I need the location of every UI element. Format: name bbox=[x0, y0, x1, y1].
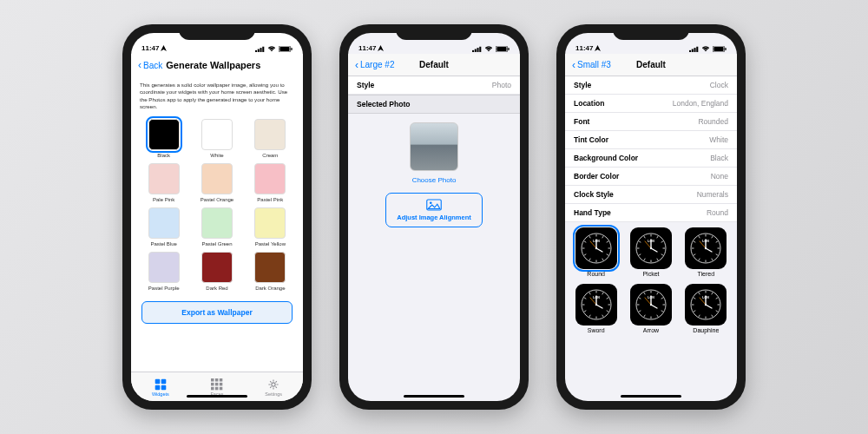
color-swatch-item[interactable]: Black bbox=[141, 119, 186, 158]
image-icon bbox=[426, 199, 442, 211]
svg-rect-18 bbox=[215, 387, 219, 391]
color-swatch[interactable] bbox=[201, 252, 233, 283]
svg-line-67 bbox=[644, 236, 645, 238]
color-swatch-item[interactable]: Pastel Yellow bbox=[248, 207, 293, 247]
svg-line-117 bbox=[644, 315, 645, 317]
clock-hand-option[interactable]: LON Tiered bbox=[682, 227, 730, 277]
svg-rect-23 bbox=[477, 48, 479, 52]
clock-hand-option[interactable]: LON Dauphine bbox=[682, 284, 730, 333]
adjust-label: Adjust Image Alignment bbox=[397, 214, 471, 221]
notch bbox=[613, 24, 689, 40]
color-swatch-item[interactable]: Pastel Orange bbox=[194, 163, 239, 202]
tab-settings[interactable]: Settings bbox=[265, 378, 282, 397]
color-swatch[interactable] bbox=[201, 207, 233, 239]
export-wallpaper-button[interactable]: Export as Wallpaper bbox=[141, 301, 293, 324]
home-indicator[interactable] bbox=[404, 395, 464, 398]
tab-faces[interactable]: Faces bbox=[211, 378, 224, 397]
back-label: Back bbox=[143, 61, 162, 70]
color-swatch-item[interactable]: White bbox=[194, 119, 239, 158]
svg-line-40 bbox=[606, 241, 608, 242]
svg-line-138 bbox=[694, 298, 695, 299]
svg-line-76 bbox=[716, 241, 718, 242]
color-swatch-item[interactable]: Dark Orange bbox=[248, 252, 293, 291]
color-swatch[interactable] bbox=[148, 207, 180, 239]
settings-row[interactable]: Tint ColorWhite bbox=[565, 131, 737, 149]
color-swatch-item[interactable]: Pastel Purple bbox=[141, 252, 186, 291]
back-button[interactable]: ‹ Back bbox=[138, 59, 162, 71]
svg-rect-6 bbox=[279, 47, 289, 51]
phone-frame-2: 11:47 ‹ Large #2 Default StylePhoto Sele… bbox=[339, 24, 529, 410]
clock-preview[interactable]: LON bbox=[575, 227, 617, 269]
svg-rect-17 bbox=[211, 387, 214, 391]
battery-icon bbox=[713, 46, 727, 52]
svg-rect-33 bbox=[696, 47, 698, 52]
svg-rect-13 bbox=[220, 378, 222, 382]
settings-row[interactable]: Background ColorBlack bbox=[565, 149, 737, 168]
home-indicator[interactable] bbox=[621, 395, 681, 398]
color-swatch-item[interactable]: Dark Red bbox=[194, 252, 239, 291]
photo-thumbnail[interactable] bbox=[410, 122, 458, 171]
clock-hand-option[interactable]: LON Sword bbox=[572, 284, 620, 333]
svg-rect-0 bbox=[255, 50, 257, 52]
back-label: Large #2 bbox=[360, 60, 394, 69]
clock-hand-option[interactable]: LON Picket bbox=[627, 227, 674, 277]
screen-1: 11:47 ‹ Back Generate Wallpapers This ge… bbox=[131, 33, 303, 401]
nav-bar: ‹ Back Generate Wallpapers bbox=[131, 54, 303, 76]
svg-line-75 bbox=[712, 236, 713, 238]
svg-line-52 bbox=[596, 248, 602, 252]
svg-rect-8 bbox=[161, 379, 167, 385]
color-swatch-item[interactable]: Pale Pink bbox=[141, 163, 186, 202]
svg-line-100 bbox=[584, 311, 586, 312]
settings-value: Clock bbox=[710, 81, 728, 89]
color-swatch[interactable] bbox=[148, 119, 180, 150]
clock-preview[interactable]: LON bbox=[685, 227, 727, 269]
phone-frame-3: 11:47 ‹ Small #3 Default StyleClockLocat… bbox=[556, 24, 746, 410]
color-swatch-item[interactable]: Pastel Green bbox=[194, 207, 239, 247]
color-label: White bbox=[210, 153, 223, 158]
settings-row[interactable]: Hand TypeRound bbox=[565, 204, 737, 222]
svg-line-139 bbox=[699, 293, 700, 294]
clock-preview[interactable]: LON bbox=[685, 284, 727, 326]
color-label: Pastel Blue bbox=[150, 241, 176, 247]
settings-value: None bbox=[711, 172, 728, 181]
color-swatch[interactable] bbox=[254, 119, 286, 150]
settings-row[interactable]: Border ColorNone bbox=[565, 168, 737, 186]
color-swatch[interactable] bbox=[201, 119, 233, 150]
clock-preview[interactable]: LON bbox=[630, 284, 672, 326]
nav-bar: ‹ Large #2 Default bbox=[348, 54, 520, 76]
choose-photo-button[interactable]: Choose Photo bbox=[412, 176, 457, 184]
color-swatch[interactable] bbox=[148, 252, 180, 283]
svg-rect-11 bbox=[211, 378, 214, 382]
color-swatch[interactable] bbox=[201, 163, 233, 194]
back-button[interactable]: ‹ Small #3 bbox=[572, 59, 611, 71]
settings-row[interactable]: StylePhoto bbox=[348, 76, 520, 95]
signal-icon bbox=[472, 46, 482, 52]
adjust-image-alignment-button[interactable]: Adjust Image Alignment bbox=[385, 193, 483, 227]
color-swatch[interactable] bbox=[148, 163, 180, 194]
settings-row[interactable]: FontRounded bbox=[565, 113, 737, 131]
settings-key: Clock Style bbox=[574, 190, 614, 199]
color-label: Pastel Yellow bbox=[255, 241, 286, 247]
back-button[interactable]: ‹ Large #2 bbox=[355, 59, 394, 71]
svg-rect-2 bbox=[260, 48, 262, 52]
clock-hand-option[interactable]: LON Arrow bbox=[627, 284, 674, 333]
color-swatch[interactable] bbox=[254, 207, 286, 239]
svg-rect-16 bbox=[220, 383, 222, 386]
clock-label: Arrow bbox=[643, 327, 659, 333]
clock-label: Picket bbox=[642, 271, 659, 277]
color-swatch[interactable] bbox=[254, 252, 286, 283]
clock-preview[interactable]: LON bbox=[575, 284, 617, 326]
settings-row[interactable]: LocationLondon, England bbox=[565, 95, 737, 113]
color-swatch-item[interactable]: Cream bbox=[248, 119, 293, 158]
settings-row[interactable]: Clock StyleNumerals bbox=[565, 186, 737, 204]
home-indicator[interactable] bbox=[187, 395, 247, 398]
tab-widgets[interactable]: Widgets bbox=[152, 378, 169, 397]
color-swatch[interactable] bbox=[254, 163, 286, 194]
settings-row[interactable]: StyleClock bbox=[565, 76, 737, 95]
svg-line-64 bbox=[639, 254, 641, 255]
color-swatch-item[interactable]: Pastel Pink bbox=[248, 163, 293, 202]
clock-preview[interactable]: LON bbox=[630, 227, 672, 269]
clock-hand-option[interactable]: LON Round bbox=[572, 227, 620, 277]
svg-line-103 bbox=[589, 293, 590, 294]
color-swatch-item[interactable]: Pastel Blue bbox=[141, 207, 186, 247]
